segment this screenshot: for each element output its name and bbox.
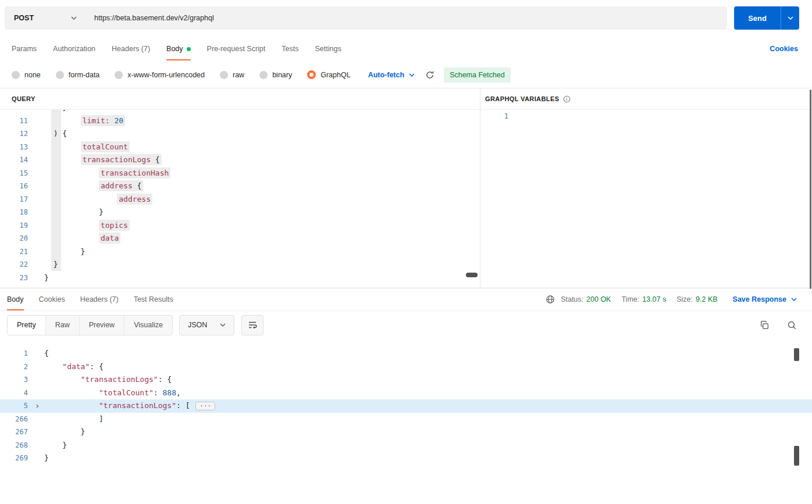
code-line-2: 2 "data": {	[0, 360, 812, 374]
code-line-266: 266 ]	[0, 413, 812, 426]
method-select[interactable]: POST	[5, 6, 86, 30]
code-line-269: 269}	[0, 452, 812, 465]
search-button[interactable]	[787, 320, 797, 330]
line-number: 17	[0, 193, 33, 206]
send-button-group: Send	[734, 6, 799, 30]
response-tab-cookies[interactable]: Cookies	[39, 288, 65, 310]
variables-editor[interactable]: 1	[480, 110, 812, 288]
auto-fetch-dropdown[interactable]: Auto-fetch	[368, 71, 415, 79]
code-line-23: 23}	[0, 271, 480, 285]
response-code: 1{2 "data": {3 "transactionLogs": {4 "to…	[0, 347, 812, 465]
response-body-editor[interactable]: 1{2 "data": {3 "transactionLogs": {4 "to…	[0, 339, 812, 473]
network-icon[interactable]	[546, 295, 555, 304]
line-number: 1	[0, 347, 33, 360]
code-text: {	[44, 347, 49, 360]
response-tab-body[interactable]: Body	[7, 288, 24, 310]
body-type-raw[interactable]: raw	[220, 71, 244, 79]
scrollbar-marker[interactable]	[794, 446, 799, 466]
fold-gutter	[513, 110, 525, 123]
chevron-down-icon	[788, 16, 793, 20]
request-tab-authorization[interactable]: Authorization	[53, 36, 95, 62]
code-text: "totalCount": 888,	[44, 387, 181, 400]
send-button[interactable]: Send	[734, 6, 781, 30]
view-tab-visualize[interactable]: Visualize	[124, 316, 172, 335]
time-value: 13.07 s	[642, 295, 666, 303]
vertical-scrollbar-thumb[interactable]	[794, 348, 799, 361]
fold-gutter	[33, 271, 44, 285]
code-line-16: 16 address {	[0, 180, 480, 193]
line-number: 22	[0, 258, 33, 271]
request-tab-pre-request-script[interactable]: Pre-request Script	[207, 36, 266, 62]
size-value: 9.2 KB	[696, 295, 718, 303]
view-tab-preview[interactable]: Preview	[80, 316, 124, 335]
radio-icon	[259, 71, 268, 79]
status-value: 200 OK	[586, 295, 611, 303]
graphql-variables-pane: GRAPHQL VARIABLES 1	[480, 88, 812, 288]
line-number: 20	[0, 232, 33, 245]
chevron-down-icon	[409, 73, 415, 77]
body-type-bar: noneform-datax-www-form-urlencodedrawbin…	[0, 62, 812, 88]
code-line-15: 15 transactionHash	[0, 167, 480, 180]
fold-gutter	[33, 167, 44, 180]
response-tab-headers-7[interactable]: Headers (7)	[80, 288, 119, 310]
query-code: 10 }11 limit: 2012 ) {13 totalCount14 tr…	[0, 110, 480, 284]
request-tab-params[interactable]: Params	[12, 36, 37, 62]
request-tab-body[interactable]: Body	[166, 36, 191, 62]
body-type-form-data[interactable]: form-data	[56, 71, 100, 79]
cookies-link[interactable]: Cookies	[770, 45, 798, 53]
radio-icon	[220, 71, 228, 79]
fold-gutter	[33, 110, 44, 115]
page-scrollbar-thumb[interactable]	[810, 90, 811, 289]
code-text: ) {	[44, 127, 67, 141]
line-number: 2	[0, 360, 33, 374]
line-number: 266	[0, 413, 33, 426]
request-tab-tests[interactable]: Tests	[282, 36, 298, 62]
response-tab-test-results[interactable]: Test Results	[134, 288, 173, 310]
fold-gutter	[33, 413, 44, 426]
copy-button[interactable]	[760, 320, 770, 330]
auto-fetch-label: Auto-fetch	[368, 71, 405, 79]
info-icon[interactable]	[563, 95, 571, 103]
wrap-text-button[interactable]	[241, 315, 263, 335]
format-label: JSON	[188, 321, 207, 329]
response-tabs-list: BodyCookiesHeaders (7)Test Results	[7, 288, 173, 310]
request-tab-headers-7[interactable]: Headers (7)	[112, 36, 150, 62]
line-number: 15	[0, 167, 33, 180]
fold-gutter	[33, 115, 44, 128]
fold-gutter	[33, 387, 44, 400]
refresh-schema-button[interactable]	[425, 70, 435, 80]
graphql-section: QUERY 10 }11 limit: 2012 ) {13 totalCoun…	[0, 88, 812, 288]
fold-chevron-icon[interactable]: ›	[33, 399, 44, 413]
body-type-none[interactable]: none	[12, 71, 41, 79]
send-options-button[interactable]	[781, 6, 799, 30]
request-tab-settings[interactable]: Settings	[315, 36, 341, 62]
radio-icon	[115, 71, 123, 79]
view-tab-pretty[interactable]: Pretty	[8, 316, 46, 335]
fold-gutter	[33, 373, 44, 387]
fold-gutter	[33, 360, 44, 374]
collapsed-content-pill[interactable]: ···	[195, 402, 215, 410]
view-tab-raw[interactable]: Raw	[46, 316, 80, 335]
code-text: "transactionLogs": [ ···	[44, 399, 215, 413]
save-response-button[interactable]: Save Response	[733, 295, 797, 303]
body-type-graphql[interactable]: GraphQL	[307, 70, 350, 79]
query-editor[interactable]: 10 }11 limit: 2012 ) {13 totalCount14 tr…	[0, 110, 480, 288]
code-line-11: 11 limit: 20	[0, 115, 480, 128]
code-line-17: 17 address	[0, 193, 480, 206]
code-text: transactionLogs {	[44, 153, 162, 167]
line-number: 21	[0, 245, 33, 259]
body-type-binary[interactable]: binary	[259, 71, 292, 79]
horizontal-scrollbar-thumb[interactable]	[466, 273, 478, 277]
method-label: POST	[14, 14, 34, 22]
chevron-down-icon	[791, 298, 797, 301]
format-select[interactable]: JSON	[179, 315, 234, 335]
code-text: "data": {	[44, 360, 104, 374]
code-line-22: 22 }	[0, 258, 480, 271]
fold-gutter	[33, 439, 44, 452]
body-type-x-www-form-urlencoded[interactable]: x-www-form-urlencoded	[115, 71, 205, 79]
code-line-5: 5› "transactionLogs": [ ···	[0, 399, 812, 413]
code-line-18: 18 }	[0, 206, 480, 219]
query-pane-header: QUERY	[0, 88, 480, 110]
chevron-down-icon	[220, 323, 226, 327]
url-input[interactable]: https://beta.basement.dev/v2/graphql	[86, 14, 214, 22]
